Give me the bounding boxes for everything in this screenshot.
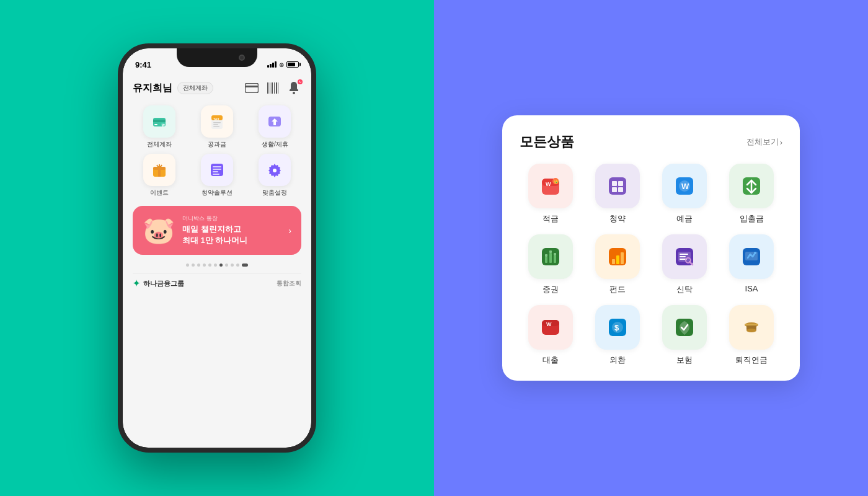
app-content: 유지희님 전체계좌: [123, 76, 311, 448]
phone-mockup: 9:41 ⊛: [118, 43, 316, 453]
svg-rect-0: [246, 84, 259, 93]
user-header: 유지희님 전체계좌: [133, 81, 301, 95]
banner-pig-icon: 🐷: [143, 215, 175, 246]
svg-rect-61: [680, 254, 688, 255]
svg-rect-11: [154, 124, 157, 125]
dot-5: [208, 264, 211, 267]
savings-icon: W 👑: [528, 164, 573, 208]
svg-rect-49: [545, 257, 547, 263]
menu-item-settings[interactable]: 맞춤설정: [249, 154, 301, 197]
menu-item-lifestyle[interactable]: 생활/제휴: [249, 105, 301, 149]
hana-logo-text: 하나금융그룹: [143, 279, 184, 288]
dot-pause: [242, 264, 248, 267]
hana-logo: ✦ 하나금융그룹: [133, 278, 184, 288]
svg-rect-57: [616, 255, 619, 264]
user-name-section: 유지희님 전체계좌: [133, 82, 213, 95]
svg-point-67: [754, 252, 756, 254]
product-transfer[interactable]: 입출금: [720, 164, 782, 224]
isa-icon: [729, 234, 774, 279]
battery-fill: [288, 63, 295, 66]
products-title: 모든상품: [520, 133, 574, 151]
pension-icon: [729, 305, 774, 350]
menu-item-event[interactable]: 이벤트: [133, 154, 185, 197]
menu-item-subscription[interactable]: 청약솔루션: [190, 154, 243, 197]
svg-rect-6: [276, 82, 277, 94]
barcode-icon[interactable]: [265, 81, 280, 95]
svg-rect-42: [618, 187, 623, 192]
svg-rect-5: [274, 82, 275, 94]
signal-icon: [267, 61, 277, 68]
carousel-dots: [133, 264, 301, 267]
svg-rect-31: [213, 174, 219, 175]
products-header: 모든상품 전체보기 ›: [520, 133, 782, 151]
status-time: 9:41: [135, 60, 151, 69]
subscription-product-label: 청약: [609, 213, 626, 224]
svg-text:W: W: [162, 123, 165, 127]
svg-rect-3: [270, 82, 270, 94]
loan-icon: W: [528, 305, 573, 350]
wifi-icon: ⊛: [279, 61, 284, 68]
banner-arrow-icon: ›: [288, 226, 291, 236]
trust-label: 신탁: [676, 284, 693, 295]
deposit-icon: W: [662, 164, 707, 208]
svg-rect-41: [612, 187, 617, 192]
dot-1: [186, 264, 189, 267]
dot-8: [225, 264, 228, 267]
pension-label: 퇴직연금: [735, 355, 768, 366]
phone-screen: 9:41 ⊛: [123, 48, 311, 448]
menu-item-all-accounts[interactable]: W 전체계좌: [133, 105, 185, 149]
product-forex[interactable]: $ 외환: [587, 305, 649, 366]
product-pension[interactable]: 퇴직연금: [720, 305, 782, 366]
svg-rect-2: [267, 82, 268, 94]
svg-rect-78: [745, 324, 758, 326]
svg-rect-62: [680, 256, 686, 257]
header-icons: N: [244, 81, 301, 95]
insurance-icon: [662, 305, 707, 350]
product-savings[interactable]: W 👑 적금: [520, 164, 582, 224]
phone-notch: [177, 48, 257, 67]
product-loan[interactable]: W 대출: [520, 305, 582, 366]
card-icon[interactable]: [244, 81, 259, 95]
fund-label: 펀드: [609, 284, 626, 295]
svg-rect-4: [272, 82, 273, 94]
svg-rect-17: [213, 122, 221, 123]
account-badge[interactable]: 전체계좌: [177, 82, 213, 94]
product-trust[interactable]: 신탁: [653, 234, 715, 295]
product-fund[interactable]: 펀드: [587, 234, 649, 295]
subscription-icon: [201, 154, 233, 186]
status-icons: ⊛: [267, 61, 299, 68]
app-footer: ✦ 하나금융그룹 통합조회: [133, 273, 301, 288]
transfer-label: 입출금: [740, 213, 764, 224]
tax-icon: TAX: [201, 105, 233, 138]
product-isa[interactable]: ISA: [720, 234, 782, 295]
menu-item-tax[interactable]: TAX 공과금: [190, 105, 243, 149]
svg-rect-26: [158, 166, 161, 177]
integrated-view-link[interactable]: 통합조회: [277, 279, 301, 288]
settings-icon: [259, 154, 291, 186]
transfer-icon: [729, 164, 774, 208]
svg-rect-51: [549, 253, 552, 263]
svg-text:TAX: TAX: [213, 117, 219, 121]
svg-rect-28: [213, 166, 221, 167]
svg-rect-10: [153, 120, 166, 122]
dot-4: [203, 264, 206, 267]
dot-3: [197, 264, 200, 267]
notification-icon[interactable]: N: [286, 81, 301, 95]
forex-label: 외환: [609, 355, 626, 366]
event-icon: [143, 154, 175, 186]
svg-point-77: [746, 329, 756, 332]
svg-text:W: W: [546, 181, 551, 187]
product-securities[interactable]: 증권: [520, 234, 582, 295]
promo-banner[interactable]: 🐷 머니박스 통장 매일 챌린지하고최대 1만 하나머니 ›: [133, 206, 301, 255]
product-insurance[interactable]: 보험: [653, 305, 715, 366]
dot-10: [236, 264, 239, 267]
svg-rect-7: [278, 82, 278, 94]
menu-grid: W 전체계좌 TAX: [133, 105, 301, 197]
svg-point-8: [293, 92, 295, 94]
product-subscription[interactable]: 청약: [587, 164, 649, 224]
insurance-label: 보험: [676, 355, 693, 366]
product-deposit[interactable]: W 예금: [653, 164, 715, 224]
view-all-button[interactable]: 전체보기 ›: [746, 136, 782, 148]
svg-rect-54: [554, 253, 556, 255]
products-grid: W 👑 적금 청약: [520, 164, 782, 366]
